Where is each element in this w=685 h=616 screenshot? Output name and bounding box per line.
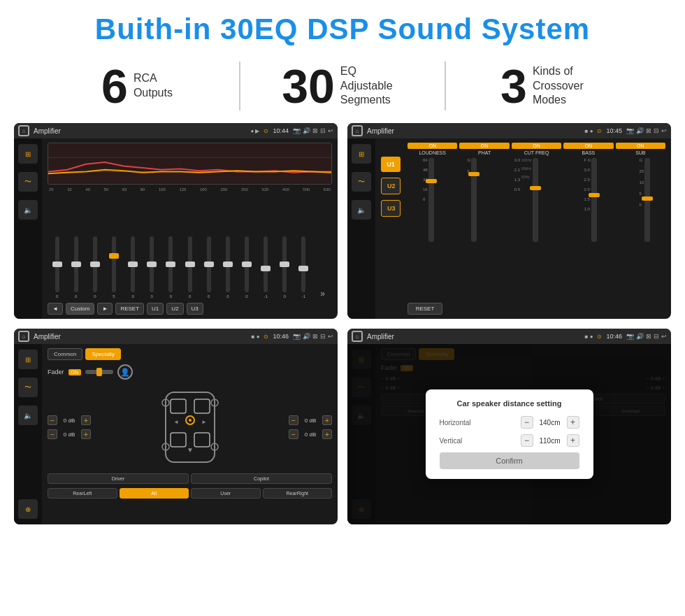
cutfreq-on: ON bbox=[512, 143, 561, 149]
eq-left-sidebar: ⊞ 〜 🔈 bbox=[14, 138, 42, 319]
dialog-vertical-plus[interactable]: + bbox=[567, 434, 579, 447]
eq-sliders: 0 0 0 5 0 0 0 0 0 0 0 -1 0 -1 bbox=[48, 196, 332, 299]
dialog-title: Car speaker distance setting bbox=[440, 399, 579, 408]
crossover-reset-btn[interactable]: RESET bbox=[408, 303, 442, 315]
eq-custom-btn[interactable]: Custom bbox=[66, 303, 95, 315]
eq-u1-btn[interactable]: U1 bbox=[147, 303, 164, 315]
vol-fr-minus[interactable]: − bbox=[289, 415, 298, 425]
slider-2: 0 bbox=[87, 236, 103, 299]
stat-eq: 30 EQ AdjustableSegments bbox=[247, 62, 438, 110]
screen-crossover: ⌂ Amplifier ■ ● ⊙ 10:45 📷 🔊 ⊠ ⊟ ↩ ⊞ 〜 🔈 bbox=[347, 123, 671, 319]
u2-btn[interactable]: U2 bbox=[381, 178, 401, 194]
nav-driver[interactable]: Driver bbox=[48, 473, 189, 484]
vol-row-fl: − 0 dB + bbox=[48, 415, 91, 425]
nav-all[interactable]: All bbox=[120, 488, 189, 499]
nav-user[interactable]: User bbox=[191, 488, 261, 499]
vol-fl-plus[interactable]: + bbox=[81, 415, 91, 425]
slider-3: 5 bbox=[106, 236, 122, 299]
tab-common[interactable]: Common bbox=[48, 348, 82, 360]
vol-fl-minus[interactable]: − bbox=[48, 415, 57, 425]
statusbar-crossover-time: 10:45 bbox=[606, 127, 622, 134]
dialog-vertical-value: 110cm bbox=[536, 437, 564, 445]
nav-rearright[interactable]: RearRight bbox=[263, 488, 333, 499]
u-buttons: U1 U2 U3 bbox=[381, 143, 401, 315]
vol-row-rr: − 0 dB + bbox=[289, 429, 332, 439]
vol-rl-plus[interactable]: + bbox=[81, 429, 91, 439]
ch-loudness: 644832160 bbox=[408, 158, 449, 299]
tab-specialty[interactable]: Specialty bbox=[85, 348, 120, 360]
eq-reset-btn[interactable]: RESET bbox=[115, 303, 144, 315]
page-title: Buith-in 30EQ DSP Sound System bbox=[0, 0, 685, 55]
dialog-horizontal-value: 140cm bbox=[536, 419, 564, 427]
stats-row: 6 RCAOutputs 30 EQ AdjustableSegments 3 … bbox=[0, 55, 685, 123]
home-icon-3[interactable]: ⌂ bbox=[18, 331, 29, 342]
fader-label: Fader bbox=[48, 368, 64, 375]
loudness-on: ON bbox=[408, 143, 457, 149]
speaker-expand-btn[interactable]: ⊕ bbox=[18, 499, 38, 519]
eq-wave-btn[interactable]: 〜 bbox=[18, 172, 38, 192]
fader-slider[interactable] bbox=[85, 370, 113, 374]
dialog-label-horizontal: Horizontal bbox=[440, 419, 471, 427]
stat-label-eq: EQ AdjustableSegments bbox=[340, 64, 403, 108]
vol-fl-val: 0 dB bbox=[59, 417, 79, 424]
status-icons-speaker: 📷 🔊 ⊠ ⊟ ↩ bbox=[293, 333, 333, 340]
home-icon-4[interactable]: ⌂ bbox=[352, 331, 363, 342]
eq-u3-btn[interactable]: U3 bbox=[187, 303, 203, 315]
eq-prev-btn[interactable]: ◄ bbox=[48, 303, 63, 315]
speaker-left-sidebar: ⊞ 〜 🔈 ⊕ bbox=[14, 344, 42, 524]
stat-crossover: 3 Kinds ofCrossover Modes bbox=[453, 62, 643, 110]
u3-btn[interactable]: U3 bbox=[381, 200, 401, 217]
person-icon: 👤 bbox=[117, 364, 133, 380]
home-icon-2[interactable]: ⌂ bbox=[352, 125, 363, 136]
u1-btn[interactable]: U1 bbox=[381, 157, 401, 172]
dialog-horizontal-minus[interactable]: − bbox=[521, 416, 533, 429]
dialog-row-vertical: Vertical − 110cm + bbox=[440, 434, 579, 447]
eq-speaker-btn[interactable]: 🔈 bbox=[18, 200, 38, 220]
dialog-vertical-minus[interactable]: − bbox=[521, 434, 533, 447]
dot-icon-3: ■ ● bbox=[252, 334, 260, 340]
fader-row: Fader ON 👤 bbox=[48, 364, 332, 380]
vol-rr-minus[interactable]: − bbox=[289, 429, 298, 439]
statusbar-dialog-time: 10:46 bbox=[606, 333, 622, 340]
statusbar-eq: ⌂ Amplifier ● ▶ ⊙ 10:44 📷 🔊 ⊠ ⊟ ↩ bbox=[14, 123, 338, 138]
dot-icon-2: ■ ● bbox=[585, 128, 593, 134]
statusbar-speaker-title: Amplifier bbox=[34, 333, 247, 341]
channel-headers: ON LOUDNESS ON PHAT ON CUT FREQ bbox=[408, 143, 665, 155]
crossover-filter-btn[interactable]: ⊞ bbox=[352, 144, 371, 164]
svg-rect-6 bbox=[194, 399, 210, 413]
fader-thumb bbox=[96, 368, 102, 376]
status-icons-dialog: 📷 🔊 ⊠ ⊟ ↩ bbox=[626, 333, 667, 340]
slider-expand[interactable]: » bbox=[315, 289, 331, 299]
dialog-horizontal-plus[interactable]: + bbox=[567, 416, 579, 429]
speaker-filter-btn[interactable]: ⊞ bbox=[18, 350, 38, 369]
dialog-value-vertical: − 110cm + bbox=[521, 434, 579, 447]
eq-u2-btn[interactable]: U2 bbox=[166, 303, 183, 315]
dialog-overlay: Car speaker distance setting Horizontal … bbox=[347, 344, 671, 524]
speaker-wave-btn[interactable]: 〜 bbox=[18, 378, 38, 397]
slider-1: 0 bbox=[68, 236, 84, 299]
page-wrapper: Buith-in 30EQ DSP Sound System 6 RCAOutp… bbox=[0, 0, 685, 531]
speaker-channel-btn[interactable]: 🔈 bbox=[18, 406, 38, 425]
speaker-tabs: Common Specialty bbox=[48, 348, 332, 360]
vol-rl-minus[interactable]: − bbox=[48, 429, 57, 439]
eq-play-btn[interactable]: ► bbox=[97, 303, 113, 315]
home-icon[interactable]: ⌂ bbox=[18, 125, 29, 136]
nav-copilot[interactable]: Copilot bbox=[191, 473, 332, 484]
dialog-confirm-button[interactable]: Confirm bbox=[440, 452, 579, 469]
nav-rearleft[interactable]: RearLeft bbox=[48, 488, 117, 499]
right-volumes: − 0 dB + − 0 dB + bbox=[289, 415, 332, 439]
eq-graph bbox=[48, 143, 332, 185]
crossover-wave-btn[interactable]: 〜 bbox=[352, 172, 371, 192]
screen3-body: ⊞ 〜 🔈 ⊕ Common Specialty Fader ON bbox=[14, 344, 338, 524]
vol-row-fr: − 0 dB + bbox=[289, 415, 332, 425]
vol-fr-plus[interactable]: + bbox=[322, 415, 332, 425]
car-diagram-svg: ▼ ◄ ► bbox=[155, 385, 225, 469]
eq-filter-btn[interactable]: ⊞ bbox=[18, 144, 38, 164]
screen-eq: ⌂ Amplifier ● ▶ ⊙ 10:44 📷 🔊 ⊠ ⊟ ↩ ⊞ 〜 bbox=[14, 123, 338, 319]
svg-rect-5 bbox=[171, 399, 186, 413]
crossover-speaker-btn[interactable]: 🔈 bbox=[352, 200, 371, 220]
dot-icon-1: ● ▶ bbox=[250, 128, 259, 134]
eq-main-area: 253240506380100125160200250320400500630 … bbox=[42, 138, 338, 319]
dialog-value-horizontal: − 140cm + bbox=[521, 416, 579, 429]
vol-rr-plus[interactable]: + bbox=[322, 429, 332, 439]
